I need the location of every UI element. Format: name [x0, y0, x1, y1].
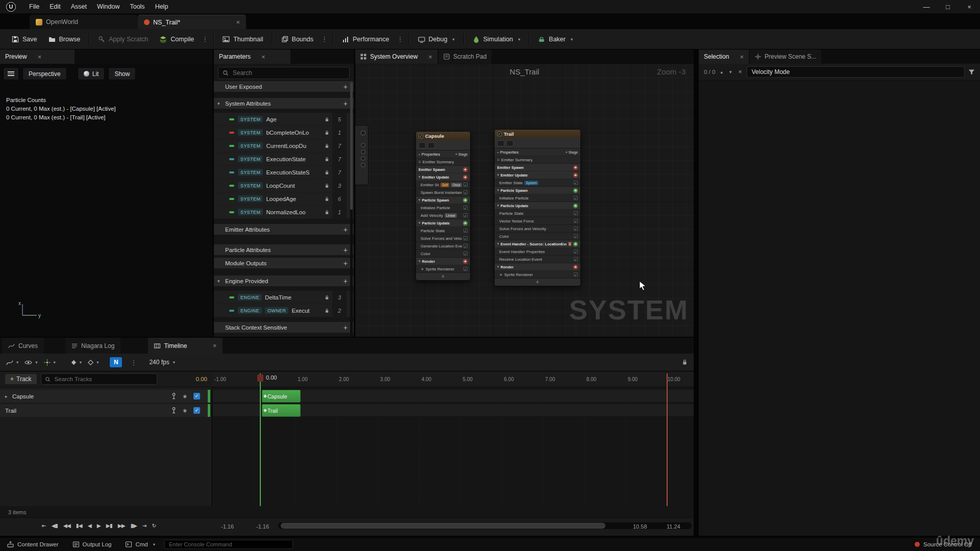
close-icon[interactable]: ×	[740, 53, 744, 61]
chevron-down-icon[interactable]: ▾	[419, 221, 421, 225]
view-start-time[interactable]: -1.16	[256, 523, 269, 530]
tab-parameters[interactable]: Parameters ×	[214, 49, 290, 64]
node-header[interactable]: ✓ Capsule	[416, 132, 470, 140]
track-pin-icon[interactable]	[172, 393, 176, 399]
solo-button[interactable]	[506, 140, 513, 146]
preview-viewport[interactable]: Perspective Lit Show Particle Counts 0 C…	[0, 64, 212, 337]
module-enabled-checkbox[interactable]: ✓	[574, 211, 578, 215]
debug-button[interactable]: Debug▾	[412, 33, 460, 46]
node-module-row[interactable]: ▾ • ≡ ∗ Emitter State Self Once + ✓	[416, 181, 470, 189]
playback-end-line[interactable]	[667, 373, 668, 506]
transport-button[interactable]: ◀▮	[50, 521, 60, 530]
add-parameter-button[interactable]: +	[344, 83, 348, 90]
add-module-button[interactable]: +	[463, 221, 468, 226]
menu-item[interactable]: Window	[92, 1, 125, 12]
add-module-button[interactable]: +	[573, 265, 578, 269]
add-parameter-button[interactable]: +	[344, 278, 348, 285]
add-parameter-button[interactable]: +	[344, 324, 348, 331]
chevron-down-icon[interactable]: ▾	[497, 173, 499, 177]
range-start-time[interactable]: -1.16	[221, 523, 234, 530]
tab-scratch-pad[interactable]: Scratch Pad	[438, 49, 492, 64]
minimize-button[interactable]: —	[916, 0, 937, 13]
clip-trail[interactable]: Trail	[262, 404, 301, 417]
tab-preview-scene-settings[interactable]: Preview Scene S...	[750, 49, 821, 64]
module-enabled-checkbox[interactable]: ✓	[463, 206, 468, 210]
node-module-row[interactable]: ▾ • ≡ ∗ Particle Update + ✓	[495, 202, 580, 210]
module-enabled-checkbox[interactable]: ✓	[463, 244, 468, 248]
module-enabled-checkbox[interactable]: ✓	[463, 229, 468, 233]
timeline-scrollbar[interactable]	[278, 522, 692, 529]
module-enabled-checkbox[interactable]: ✓	[574, 234, 578, 238]
track-row[interactable]: ▸ Trail ∗ ✓	[0, 404, 210, 417]
node-module-row[interactable]: ▾ • ≡ ∗ Particle Update + ✓	[416, 219, 470, 227]
transport-button[interactable]: ↻	[150, 521, 158, 530]
output-log-button[interactable]: Output Log	[66, 538, 119, 551]
unreal-logo-icon[interactable]: U	[6, 2, 16, 12]
node-module-row[interactable]: ▾ • ≡ ∗ Emitter Summary + ✓	[495, 156, 580, 164]
emitter-enabled-checkbox[interactable]: ✓	[497, 132, 502, 136]
bounds-button[interactable]: Bounds	[276, 33, 319, 46]
tab-selection[interactable]: Selection ×	[699, 49, 749, 64]
transport-button[interactable]: ▶	[95, 521, 103, 530]
menu-item[interactable]: File	[24, 1, 44, 12]
simulation-button[interactable]: Simulation▾	[467, 33, 526, 46]
node-module-row[interactable]: ▾ • ≡ ∗ Vector Noise Force + ✓	[495, 217, 580, 225]
maximize-button[interactable]: □	[937, 0, 959, 13]
close-icon[interactable]: ×	[261, 53, 265, 61]
parameter-row[interactable]: SYSTEM ExecutionState 7	[214, 153, 354, 166]
close-icon[interactable]: ×	[38, 53, 42, 61]
add-track-button[interactable]: +Track	[5, 374, 37, 384]
auto-key-button[interactable]: ▾	[88, 360, 99, 365]
node-module-row[interactable]: ▾ • ≡ ∗ Spawn Burst Instantaneous +	[416, 189, 470, 196]
module-enabled-checkbox[interactable]: ✓	[574, 196, 578, 200]
node-module-row[interactable]: ▾ • ≡ ∗ Color + ✓	[495, 233, 580, 240]
add-module-button[interactable]: +	[573, 173, 578, 178]
add-module-button[interactable]: +	[573, 188, 578, 193]
save-button[interactable]: Save	[6, 33, 43, 46]
clear-search-button[interactable]: ×	[737, 68, 743, 76]
add-stage-button[interactable]: + Stage	[455, 153, 468, 156]
chevron-down-icon[interactable]: ▾	[419, 175, 421, 179]
add-module-button[interactable]: +	[463, 259, 468, 264]
track-search-input[interactable]	[54, 375, 153, 383]
node-module-row[interactable]: ▾ • ≡ ∗ Emitter State System + ✓	[495, 179, 580, 187]
add-module-button[interactable]: +	[463, 175, 468, 180]
selection-search-input[interactable]	[747, 66, 965, 78]
perspective-button[interactable]: Perspective	[22, 67, 67, 80]
close-button[interactable]: ×	[959, 0, 980, 13]
group-emitter-attributes[interactable]: Emitter Attributes +	[214, 224, 354, 235]
module-enabled-checkbox[interactable]: ✓	[463, 267, 468, 271]
parameter-row[interactable]: ENGINE DeltaTime 3	[214, 291, 354, 304]
node-module-row[interactable]: ▾ • ≡ ∗ Render + ✓	[416, 258, 470, 265]
module-enabled-checkbox[interactable]: ✓	[463, 252, 468, 256]
group-engine-provided[interactable]: ▾ Engine Provided +	[214, 276, 354, 286]
lock-icon[interactable]	[682, 359, 688, 365]
solo-button[interactable]	[428, 142, 435, 148]
apply-scratch-button[interactable]: Apply Scratch	[92, 33, 154, 46]
parameter-row[interactable]: SYSTEM bCompleteOnLo 1	[214, 126, 354, 139]
emitter-enabled-checkbox[interactable]: ✓	[419, 134, 423, 138]
isolate-button[interactable]	[419, 142, 426, 148]
offscreen-node[interactable]	[355, 125, 369, 185]
isolate-button[interactable]	[497, 140, 504, 146]
parameters-search[interactable]	[218, 67, 350, 79]
group-user-exposed[interactable]: User Exposed +	[214, 81, 354, 92]
node-module-row[interactable]: ▾ • ≡ ∗ Generate Location Event +	[416, 242, 470, 250]
chevron-down-icon[interactable]: ▾	[419, 198, 421, 202]
curve-options-button[interactable]: ▾	[6, 359, 18, 366]
module-enabled-checkbox[interactable]: ✓	[463, 183, 468, 187]
tab-timeline[interactable]: Timeline ×	[148, 338, 223, 354]
parameter-row[interactable]: ENGINE OWNER Execut 2	[214, 304, 354, 317]
parameters-scrollbar[interactable]	[350, 82, 353, 337]
node-module-row[interactable]: ▾ • ≡ ∗ Emitter Spawn + ✓	[416, 166, 470, 173]
add-parameter-button[interactable]: +	[344, 246, 348, 254]
chevron-down-icon[interactable]: ▾	[497, 188, 499, 192]
track-keyframe-icon[interactable]: ∗	[182, 407, 187, 414]
node-module-row[interactable]: ▾ • ≡ ∗ Render + ✓	[495, 263, 580, 271]
time-ruler[interactable]: -1.001.002.003.004.005.006.007.008.009.0…	[212, 371, 694, 387]
node-collapse-button[interactable]: ∧	[416, 273, 470, 280]
expander-icon[interactable]: ▸	[5, 394, 12, 399]
node-module-row[interactable]: ▾ • ≡ ∗ Sprite Renderer + ✓	[495, 271, 580, 279]
node-module-row[interactable]: ▾ • ≡ ∗ Emitter Update + ✓	[416, 173, 470, 181]
add-module-button[interactable]: +	[463, 198, 468, 203]
